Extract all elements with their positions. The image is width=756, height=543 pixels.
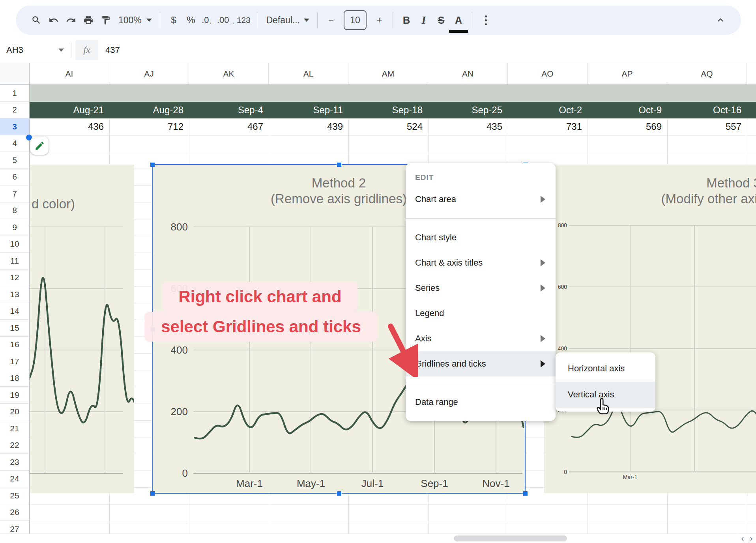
zoom-caret-icon[interactable] — [146, 19, 152, 22]
zoom-level[interactable]: 100% — [118, 15, 142, 26]
row-header-21[interactable]: 21 — [0, 420, 29, 437]
row-header-8[interactable]: 8 — [0, 202, 29, 219]
format-percent-button[interactable]: % — [182, 11, 200, 30]
font-family-select[interactable]: Defaul... — [266, 15, 300, 26]
value-cell[interactable]: 439 — [269, 118, 348, 135]
decrease-font-size-button[interactable]: − — [322, 11, 340, 30]
row-header-1[interactable]: 1 — [0, 85, 29, 102]
column-header-AI[interactable]: AI — [30, 63, 109, 84]
search-icon[interactable] — [28, 11, 45, 30]
namebox-caret-icon[interactable] — [58, 49, 64, 52]
more-formats-button[interactable]: 123 — [235, 11, 252, 30]
menu-item-chart-area[interactable]: Chart area — [406, 187, 556, 212]
value-cell[interactable]: 557 — [667, 118, 747, 135]
row-header-13[interactable]: 13 — [0, 286, 29, 303]
value-cell[interactable]: 524 — [348, 118, 428, 135]
date-cell[interactable]: Sep-11 — [269, 102, 348, 119]
more-options-icon[interactable] — [477, 11, 494, 30]
menu-item-gridlines-and-ticks[interactable]: Gridlines and ticks — [406, 351, 556, 376]
column-header-AP[interactable]: AP — [588, 63, 667, 84]
collapse-toolbar-icon[interactable] — [712, 11, 729, 30]
print-icon[interactable] — [80, 11, 97, 30]
row-header-9[interactable]: 9 — [0, 219, 29, 236]
value-cell[interactable]: 712 — [109, 118, 189, 135]
row-header-16[interactable]: 16 — [0, 337, 29, 354]
value-cell[interactable]: 435 — [428, 118, 508, 135]
row-header-20[interactable]: 20 — [0, 404, 29, 421]
paint-format-icon[interactable] — [97, 11, 114, 30]
chart-method3[interactable]: 8006004002000Mar-1Method 3(Modify other … — [544, 165, 756, 493]
selection-handle[interactable] — [337, 491, 342, 496]
edit-pencil-button[interactable] — [30, 137, 49, 155]
font-size-input[interactable]: 10 — [344, 10, 367, 30]
date-cell[interactable]: Sep-4 — [189, 102, 269, 119]
menu-item-data-range[interactable]: Data range — [406, 389, 556, 415]
font-caret-icon[interactable] — [304, 19, 309, 22]
submenu-item-horizontal-axis[interactable]: Horizontal axis — [556, 356, 655, 382]
menu-item-axis[interactable]: Axis — [406, 326, 556, 351]
row-header-14[interactable]: 14 — [0, 303, 29, 320]
column-header-AO[interactable]: AO — [508, 63, 588, 84]
row-header-22[interactable]: 22 — [0, 437, 29, 454]
column-header-AL[interactable]: AL — [269, 63, 348, 84]
italic-button[interactable]: I — [415, 11, 432, 30]
column-header-AJ[interactable]: AJ — [109, 63, 189, 84]
date-cell[interactable]: Aug-21 — [30, 102, 109, 119]
menu-item-chart-style[interactable]: Chart style — [406, 225, 556, 250]
horizontal-scrollbar[interactable]: ‹ › — [0, 534, 756, 543]
selection-handle[interactable] — [523, 491, 528, 496]
row-header-12[interactable]: 12 — [0, 270, 29, 286]
formula-input[interactable]: 437 — [105, 45, 120, 55]
format-currency-button[interactable]: $ — [165, 11, 182, 30]
selection-handle[interactable] — [150, 491, 155, 496]
row-header-24[interactable]: 24 — [0, 471, 29, 488]
selection-handle[interactable] — [337, 162, 342, 167]
date-cell[interactable]: Aug-28 — [109, 102, 189, 119]
date-cell[interactable]: Oct-9 — [588, 102, 667, 119]
row-header-7[interactable]: 7 — [0, 185, 29, 202]
redo-icon[interactable] — [62, 11, 80, 30]
row-header-25[interactable]: 25 — [0, 487, 29, 504]
column-header-AK[interactable]: AK — [189, 63, 269, 84]
value-cell[interactable]: 467 — [189, 118, 269, 135]
selection-handle[interactable] — [150, 162, 155, 167]
date-cell[interactable]: Oct-16 — [667, 102, 747, 119]
column-header-AN[interactable]: AN — [428, 63, 508, 84]
name-box[interactable]: AH3 — [0, 45, 67, 55]
date-cell[interactable]: Sep-25 — [428, 102, 508, 119]
increase-decimal-button[interactable]: .00→ — [217, 11, 235, 30]
scroll-right-icon[interactable]: › — [747, 534, 756, 543]
date-cell[interactable]: Sep-18 — [348, 102, 428, 119]
row-header-11[interactable]: 11 — [0, 253, 29, 270]
row-header-4[interactable]: 4 — [0, 135, 29, 152]
date-cell[interactable]: Oct-2 — [508, 102, 588, 119]
text-color-button[interactable]: A — [450, 11, 467, 30]
value-cell[interactable]: 731 — [508, 118, 588, 135]
row-header-15[interactable]: 15 — [0, 320, 29, 337]
row-header-17[interactable]: 17 — [0, 353, 29, 370]
value-cell[interactable]: 569 — [588, 118, 667, 135]
row-header-5[interactable]: 5 — [0, 152, 29, 169]
scrollbar-thumb[interactable] — [454, 536, 567, 541]
increase-font-size-button[interactable]: + — [371, 11, 388, 30]
scroll-left-icon[interactable]: ‹ — [738, 534, 747, 543]
bold-button[interactable]: B — [398, 11, 415, 30]
row-header-26[interactable]: 26 — [0, 504, 29, 521]
row-header-19[interactable]: 19 — [0, 387, 29, 404]
grid-corner[interactable] — [0, 63, 30, 85]
row-header-2[interactable]: 2 — [0, 102, 29, 119]
decrease-decimal-button[interactable]: .0← — [200, 11, 217, 30]
row-header-23[interactable]: 23 — [0, 454, 29, 471]
menu-item-chart-axis-titles[interactable]: Chart & axis titles — [406, 250, 556, 275]
row-header-18[interactable]: 18 — [0, 370, 29, 387]
undo-icon[interactable] — [45, 11, 62, 30]
row-header-3[interactable]: 3 — [0, 118, 29, 135]
column-header-AQ[interactable]: AQ — [667, 63, 747, 84]
strikethrough-button[interactable]: S — [432, 11, 450, 30]
column-header-AM[interactable]: AM — [348, 63, 428, 84]
value-cell[interactable]: 436 — [30, 118, 109, 135]
menu-item-legend[interactable]: Legend — [406, 301, 556, 326]
menu-item-series[interactable]: Series — [406, 275, 556, 301]
row1-band[interactable] — [30, 85, 756, 102]
row-header-6[interactable]: 6 — [0, 169, 29, 186]
